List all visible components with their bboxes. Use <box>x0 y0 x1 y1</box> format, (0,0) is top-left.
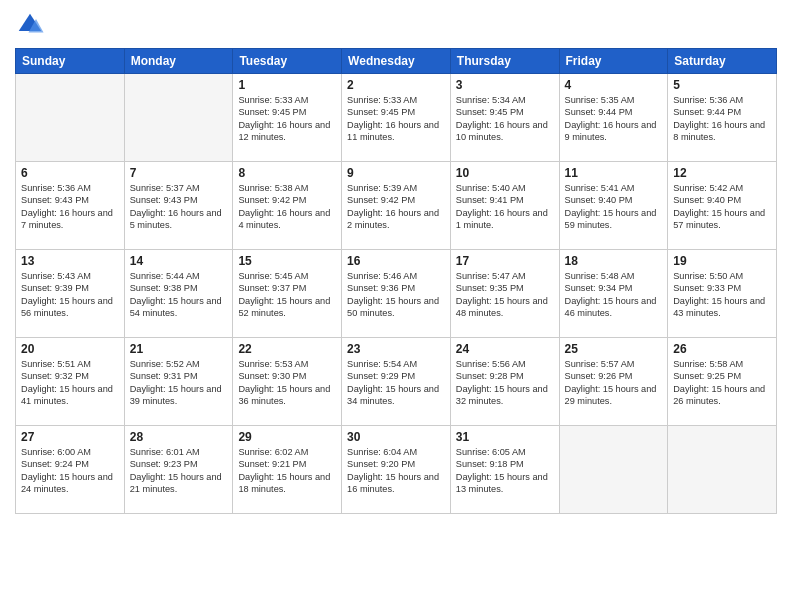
calendar-cell: 25Sunrise: 5:57 AM Sunset: 9:26 PM Dayli… <box>559 338 668 426</box>
day-number: 3 <box>456 78 554 92</box>
weekday-header-sunday: Sunday <box>16 49 125 74</box>
header <box>15 10 777 40</box>
week-row-5: 27Sunrise: 6:00 AM Sunset: 9:24 PM Dayli… <box>16 426 777 514</box>
weekday-header-tuesday: Tuesday <box>233 49 342 74</box>
day-number: 24 <box>456 342 554 356</box>
day-info: Sunrise: 5:36 AM Sunset: 9:43 PM Dayligh… <box>21 182 119 232</box>
calendar-cell: 17Sunrise: 5:47 AM Sunset: 9:35 PM Dayli… <box>450 250 559 338</box>
day-info: Sunrise: 5:53 AM Sunset: 9:30 PM Dayligh… <box>238 358 336 408</box>
day-number: 13 <box>21 254 119 268</box>
weekday-header-monday: Monday <box>124 49 233 74</box>
day-number: 15 <box>238 254 336 268</box>
day-info: Sunrise: 6:01 AM Sunset: 9:23 PM Dayligh… <box>130 446 228 496</box>
day-info: Sunrise: 5:36 AM Sunset: 9:44 PM Dayligh… <box>673 94 771 144</box>
day-info: Sunrise: 5:57 AM Sunset: 9:26 PM Dayligh… <box>565 358 663 408</box>
calendar-cell: 23Sunrise: 5:54 AM Sunset: 9:29 PM Dayli… <box>342 338 451 426</box>
calendar-cell <box>668 426 777 514</box>
day-number: 14 <box>130 254 228 268</box>
day-info: Sunrise: 6:02 AM Sunset: 9:21 PM Dayligh… <box>238 446 336 496</box>
day-info: Sunrise: 5:35 AM Sunset: 9:44 PM Dayligh… <box>565 94 663 144</box>
day-info: Sunrise: 5:56 AM Sunset: 9:28 PM Dayligh… <box>456 358 554 408</box>
day-number: 28 <box>130 430 228 444</box>
day-number: 19 <box>673 254 771 268</box>
weekday-header-saturday: Saturday <box>668 49 777 74</box>
page: SundayMondayTuesdayWednesdayThursdayFrid… <box>0 0 792 612</box>
calendar-cell: 9Sunrise: 5:39 AM Sunset: 9:42 PM Daylig… <box>342 162 451 250</box>
day-info: Sunrise: 6:04 AM Sunset: 9:20 PM Dayligh… <box>347 446 445 496</box>
weekday-header-wednesday: Wednesday <box>342 49 451 74</box>
day-number: 7 <box>130 166 228 180</box>
day-info: Sunrise: 5:40 AM Sunset: 9:41 PM Dayligh… <box>456 182 554 232</box>
calendar-cell: 3Sunrise: 5:34 AM Sunset: 9:45 PM Daylig… <box>450 74 559 162</box>
day-number: 23 <box>347 342 445 356</box>
calendar-cell: 24Sunrise: 5:56 AM Sunset: 9:28 PM Dayli… <box>450 338 559 426</box>
day-info: Sunrise: 5:39 AM Sunset: 9:42 PM Dayligh… <box>347 182 445 232</box>
day-number: 16 <box>347 254 445 268</box>
week-row-2: 6Sunrise: 5:36 AM Sunset: 9:43 PM Daylig… <box>16 162 777 250</box>
day-number: 22 <box>238 342 336 356</box>
calendar-cell: 11Sunrise: 5:41 AM Sunset: 9:40 PM Dayli… <box>559 162 668 250</box>
day-number: 4 <box>565 78 663 92</box>
day-info: Sunrise: 5:41 AM Sunset: 9:40 PM Dayligh… <box>565 182 663 232</box>
day-info: Sunrise: 5:42 AM Sunset: 9:40 PM Dayligh… <box>673 182 771 232</box>
day-info: Sunrise: 5:52 AM Sunset: 9:31 PM Dayligh… <box>130 358 228 408</box>
calendar-cell <box>559 426 668 514</box>
calendar-cell: 15Sunrise: 5:45 AM Sunset: 9:37 PM Dayli… <box>233 250 342 338</box>
day-info: Sunrise: 5:44 AM Sunset: 9:38 PM Dayligh… <box>130 270 228 320</box>
calendar-cell: 10Sunrise: 5:40 AM Sunset: 9:41 PM Dayli… <box>450 162 559 250</box>
day-number: 25 <box>565 342 663 356</box>
calendar-cell: 30Sunrise: 6:04 AM Sunset: 9:20 PM Dayli… <box>342 426 451 514</box>
calendar-cell: 28Sunrise: 6:01 AM Sunset: 9:23 PM Dayli… <box>124 426 233 514</box>
day-number: 31 <box>456 430 554 444</box>
calendar-cell: 20Sunrise: 5:51 AM Sunset: 9:32 PM Dayli… <box>16 338 125 426</box>
calendar-cell: 29Sunrise: 6:02 AM Sunset: 9:21 PM Dayli… <box>233 426 342 514</box>
logo-icon <box>15 10 45 40</box>
week-row-3: 13Sunrise: 5:43 AM Sunset: 9:39 PM Dayli… <box>16 250 777 338</box>
day-info: Sunrise: 5:37 AM Sunset: 9:43 PM Dayligh… <box>130 182 228 232</box>
calendar-cell: 5Sunrise: 5:36 AM Sunset: 9:44 PM Daylig… <box>668 74 777 162</box>
day-number: 11 <box>565 166 663 180</box>
day-info: Sunrise: 5:34 AM Sunset: 9:45 PM Dayligh… <box>456 94 554 144</box>
calendar-cell: 13Sunrise: 5:43 AM Sunset: 9:39 PM Dayli… <box>16 250 125 338</box>
calendar-cell: 2Sunrise: 5:33 AM Sunset: 9:45 PM Daylig… <box>342 74 451 162</box>
weekday-header-row: SundayMondayTuesdayWednesdayThursdayFrid… <box>16 49 777 74</box>
day-number: 21 <box>130 342 228 356</box>
weekday-header-thursday: Thursday <box>450 49 559 74</box>
calendar-cell: 27Sunrise: 6:00 AM Sunset: 9:24 PM Dayli… <box>16 426 125 514</box>
day-info: Sunrise: 5:50 AM Sunset: 9:33 PM Dayligh… <box>673 270 771 320</box>
calendar-cell: 1Sunrise: 5:33 AM Sunset: 9:45 PM Daylig… <box>233 74 342 162</box>
calendar-cell: 31Sunrise: 6:05 AM Sunset: 9:18 PM Dayli… <box>450 426 559 514</box>
logo <box>15 10 49 40</box>
calendar-cell: 26Sunrise: 5:58 AM Sunset: 9:25 PM Dayli… <box>668 338 777 426</box>
calendar-cell: 8Sunrise: 5:38 AM Sunset: 9:42 PM Daylig… <box>233 162 342 250</box>
calendar-cell <box>124 74 233 162</box>
calendar-cell: 18Sunrise: 5:48 AM Sunset: 9:34 PM Dayli… <box>559 250 668 338</box>
day-number: 1 <box>238 78 336 92</box>
day-info: Sunrise: 5:58 AM Sunset: 9:25 PM Dayligh… <box>673 358 771 408</box>
day-number: 27 <box>21 430 119 444</box>
calendar-cell <box>16 74 125 162</box>
day-number: 12 <box>673 166 771 180</box>
calendar-cell: 4Sunrise: 5:35 AM Sunset: 9:44 PM Daylig… <box>559 74 668 162</box>
calendar-cell: 21Sunrise: 5:52 AM Sunset: 9:31 PM Dayli… <box>124 338 233 426</box>
day-info: Sunrise: 5:45 AM Sunset: 9:37 PM Dayligh… <box>238 270 336 320</box>
day-number: 29 <box>238 430 336 444</box>
calendar-cell: 22Sunrise: 5:53 AM Sunset: 9:30 PM Dayli… <box>233 338 342 426</box>
day-number: 26 <box>673 342 771 356</box>
day-info: Sunrise: 5:33 AM Sunset: 9:45 PM Dayligh… <box>347 94 445 144</box>
day-info: Sunrise: 5:46 AM Sunset: 9:36 PM Dayligh… <box>347 270 445 320</box>
calendar-cell: 6Sunrise: 5:36 AM Sunset: 9:43 PM Daylig… <box>16 162 125 250</box>
day-number: 5 <box>673 78 771 92</box>
day-number: 10 <box>456 166 554 180</box>
day-number: 18 <box>565 254 663 268</box>
day-number: 17 <box>456 254 554 268</box>
calendar-cell: 7Sunrise: 5:37 AM Sunset: 9:43 PM Daylig… <box>124 162 233 250</box>
day-info: Sunrise: 5:33 AM Sunset: 9:45 PM Dayligh… <box>238 94 336 144</box>
day-info: Sunrise: 5:54 AM Sunset: 9:29 PM Dayligh… <box>347 358 445 408</box>
day-number: 30 <box>347 430 445 444</box>
day-info: Sunrise: 5:38 AM Sunset: 9:42 PM Dayligh… <box>238 182 336 232</box>
day-number: 8 <box>238 166 336 180</box>
day-info: Sunrise: 5:51 AM Sunset: 9:32 PM Dayligh… <box>21 358 119 408</box>
week-row-1: 1Sunrise: 5:33 AM Sunset: 9:45 PM Daylig… <box>16 74 777 162</box>
weekday-header-friday: Friday <box>559 49 668 74</box>
